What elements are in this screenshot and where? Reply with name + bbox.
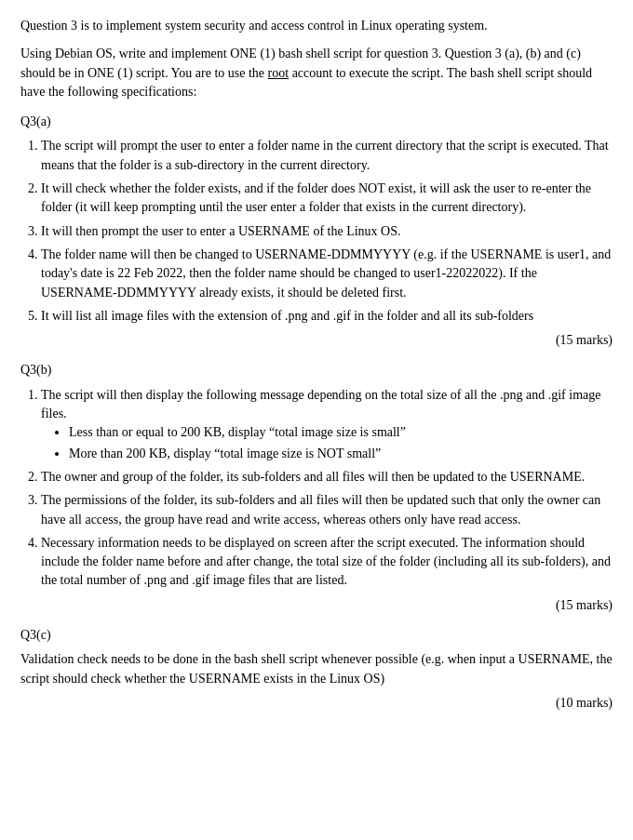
q3b-item-1-sub: Less than or equal to 200 KB, display “t… [69, 423, 613, 463]
q3b-item-4: Necessary information needs to be displa… [41, 534, 613, 591]
root-underline: root [268, 66, 290, 80]
q3a-heading: Q3(a) [20, 113, 613, 131]
q3b-list: The script will then display the followi… [41, 386, 613, 591]
q3a-item-2: It will check whether the folder exists,… [41, 180, 613, 218]
q3a-list: The script will prompt the user to enter… [41, 137, 613, 326]
intro-line1: Question 3 is to implement system securi… [20, 17, 613, 35]
q3b-sub-2: More than 200 KB, display “total image s… [69, 445, 613, 463]
q3b-item-1: The script will then display the followi… [41, 386, 613, 463]
q3a-item-4: The folder name will then be changed to … [41, 246, 613, 302]
q3c-marks: (10 marks) [20, 694, 613, 713]
q3a-item-1: The script will prompt the user to enter… [41, 137, 613, 175]
q3b-marks: (15 marks) [20, 596, 613, 615]
q3a-item-3: It will then prompt the user to enter a … [41, 222, 613, 241]
q3b-item-1-text: The script will then display the followi… [41, 388, 600, 420]
intro-line2: Using Debian OS, write and implement ONE… [20, 45, 613, 101]
q3c-heading: Q3(c) [20, 626, 613, 645]
q3a-item-5: It will list all image files with the ex… [41, 307, 613, 326]
q3b-sub-1: Less than or equal to 200 KB, display “t… [69, 423, 613, 442]
q3b-heading: Q3(b) [20, 361, 613, 380]
q3a-marks: (15 marks) [20, 331, 613, 350]
q3b-item-2: The owner and group of the folder, its s… [41, 468, 613, 487]
q3b-item-3: The permissions of the folder, its sub-f… [41, 491, 613, 529]
q3c-text: Validation check needs to be done in the… [20, 650, 613, 688]
